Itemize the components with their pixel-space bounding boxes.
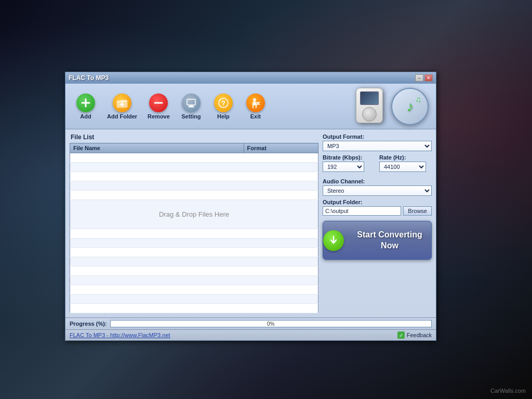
remove-button[interactable]: Remove: [143, 91, 174, 122]
help-icon: ?: [214, 94, 233, 112]
close-button[interactable]: ✕: [424, 74, 433, 82]
bitrate-field: Bitrate (Kbps): 64 96 128 192 256 320: [323, 154, 375, 172]
rate-select[interactable]: 22050 44100 48000: [379, 162, 426, 172]
output-format-select[interactable]: MP3 AAC OGG WMA FLAC: [323, 141, 432, 151]
output-format-label: Output Format:: [323, 134, 432, 140]
add-folder-button[interactable]: Add Folder: [103, 91, 141, 122]
table-row: [70, 295, 318, 304]
progress-text: 0%: [111, 321, 431, 327]
audio-channel-label: Audio Channel:: [323, 178, 432, 184]
right-panel: Output Format: MP3 AAC OGG WMA FLAC Bitr…: [323, 134, 432, 313]
feedback-check-icon: ✓: [397, 331, 405, 339]
col-format: Format: [244, 143, 318, 153]
drop-zone-row: Drag & Drop Files Here: [70, 200, 318, 229]
exit-label: Exit: [250, 113, 261, 119]
audio-channel-select[interactable]: Stereo Mono Joint Stereo: [323, 185, 432, 196]
ipod-logo-icon: [353, 87, 387, 126]
bitrate-rate-group: Bitrate (Kbps): 64 96 128 192 256 320 Ra…: [323, 154, 432, 172]
table-row: [70, 238, 318, 248]
exit-button[interactable]: Exit: [241, 91, 271, 122]
table-row: [70, 248, 318, 257]
remove-icon: [149, 94, 168, 112]
add-folder-label: Add Folder: [107, 113, 137, 119]
table-row: [70, 181, 318, 191]
add-button[interactable]: Add: [71, 91, 101, 122]
app-window: FLAC To MP3 – ✕ Add: [65, 72, 436, 341]
output-folder-input[interactable]: [323, 206, 401, 216]
bitrate-label: Bitrate (Kbps):: [323, 154, 375, 161]
table-row: [70, 172, 318, 181]
minimize-button[interactable]: –: [415, 74, 423, 82]
feedback-label: Feedback: [407, 332, 432, 338]
svg-rect-8: [188, 107, 194, 108]
remove-label: Remove: [148, 113, 170, 119]
exit-icon: [246, 94, 265, 112]
start-label: Start Converting Now: [348, 230, 431, 251]
title-bar: FLAC To MP3 – ✕: [65, 72, 436, 84]
table-row: [70, 163, 318, 172]
table-row: [70, 229, 318, 238]
output-format-field: Output Format: MP3 AAC OGG WMA FLAC: [323, 134, 432, 151]
file-table: File Name Format Drag & Drop Files Here: [70, 143, 318, 313]
bitrate-select[interactable]: 64 96 128 192 256 320: [323, 162, 364, 172]
setting-button[interactable]: Setting: [176, 91, 206, 122]
table-row: [70, 285, 318, 295]
output-folder-field: Output Folder: Browse: [323, 199, 432, 216]
svg-text:?: ?: [221, 99, 225, 107]
setting-label: Setting: [181, 113, 201, 119]
add-label: Add: [80, 113, 91, 119]
col-filename: File Name: [70, 143, 244, 153]
music-logo-icon: ♪ ♫: [389, 87, 431, 126]
browse-button[interactable]: Browse: [403, 206, 432, 216]
table-row: [70, 304, 318, 313]
help-button[interactable]: ? Help: [208, 91, 238, 122]
window-title: FLAC To MP3: [69, 74, 109, 82]
svg-rect-6: [187, 99, 195, 105]
footer-link[interactable]: FLAC To MP3 - http://www.FlacMP3.net: [70, 332, 170, 338]
progress-bar: 0%: [110, 320, 432, 327]
svg-rect-7: [189, 105, 193, 107]
file-list-header: File List: [70, 134, 318, 141]
left-panel: File List File Name Format Drag & Drop F…: [70, 134, 318, 313]
drop-text: Drag & Drop Files Here: [70, 200, 318, 229]
add-icon: [76, 94, 95, 112]
table-row: [70, 276, 318, 285]
table-row: [70, 191, 318, 200]
output-folder-label: Output Folder:: [323, 199, 432, 205]
help-label: Help: [217, 113, 230, 119]
add-folder-icon: [113, 94, 131, 112]
feedback-area[interactable]: ✓ Feedback: [397, 331, 432, 339]
toolbar: Add Add Folder Remove: [65, 84, 436, 129]
audio-channel-field: Audio Channel: Stereo Mono Joint Stereo: [323, 178, 432, 196]
progress-row: Progress (%): 0%: [65, 317, 436, 329]
table-row: [70, 267, 318, 276]
watermark: CarWalls.com: [490, 388, 526, 394]
setting-icon: [182, 94, 201, 112]
rate-field: Rate (Hz): 22050 44100 48000: [379, 154, 432, 172]
svg-point-11: [253, 98, 256, 101]
rate-label: Rate (Hz):: [379, 154, 432, 161]
table-row: [70, 257, 318, 267]
table-row: [70, 153, 318, 163]
start-converting-button[interactable]: Start Converting Now: [323, 221, 432, 260]
title-buttons: – ✕: [415, 74, 433, 82]
main-area: File List File Name Format Drag & Drop F…: [65, 129, 436, 317]
footer-bar: FLAC To MP3 - http://www.FlacMP3.net ✓ F…: [65, 329, 436, 340]
progress-label: Progress (%):: [70, 321, 107, 327]
start-arrow-icon: [323, 230, 344, 251]
